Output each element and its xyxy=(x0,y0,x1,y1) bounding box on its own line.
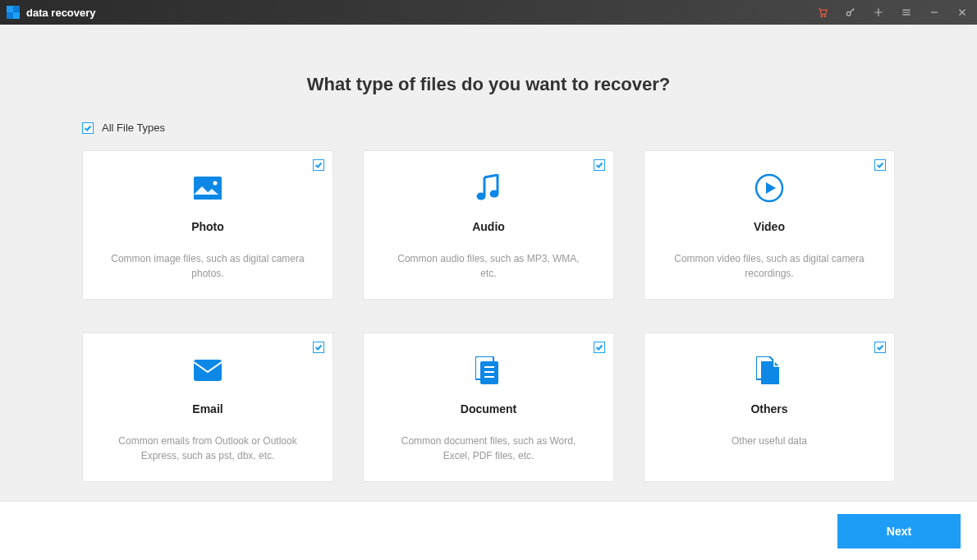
page-heading: What type of files do you want to recove… xyxy=(82,74,895,95)
card-email[interactable]: Email Common emails from Outlook or Outl… xyxy=(82,333,333,482)
plus-icon[interactable] xyxy=(872,6,885,19)
card-document-desc: Common document files, such as Word, Exc… xyxy=(388,434,589,463)
titlebar: data recovery xyxy=(0,0,977,25)
cart-icon[interactable] xyxy=(816,6,829,19)
card-video-desc: Common video files, such as digital came… xyxy=(669,251,869,281)
card-audio-checkbox[interactable] xyxy=(594,159,605,171)
svg-rect-10 xyxy=(194,360,222,381)
card-email-checkbox[interactable] xyxy=(313,342,324,353)
svg-point-1 xyxy=(824,16,826,17)
svg-point-0 xyxy=(821,16,823,17)
card-others-title: Others xyxy=(750,402,787,415)
main-content: What type of files do you want to recove… xyxy=(0,25,977,501)
file-type-grid: Photo Common image files, such as digita… xyxy=(82,150,895,482)
others-icon xyxy=(756,350,782,391)
svg-point-2 xyxy=(846,11,851,16)
card-others-checkbox[interactable] xyxy=(874,342,886,353)
card-photo[interactable]: Photo Common image files, such as digita… xyxy=(82,150,333,300)
card-document[interactable]: Document Common document files, such as … xyxy=(363,333,614,482)
close-icon[interactable] xyxy=(956,6,969,19)
audio-icon xyxy=(476,168,501,209)
titlebar-right xyxy=(816,6,969,19)
all-file-types-label: All File Types xyxy=(102,122,165,134)
titlebar-left: data recovery xyxy=(7,6,96,19)
minimize-icon[interactable] xyxy=(928,6,941,19)
svg-point-7 xyxy=(490,190,499,198)
card-video[interactable]: Video Common video files, such as digita… xyxy=(644,150,895,300)
card-photo-checkbox[interactable] xyxy=(313,159,324,171)
card-video-title: Video xyxy=(754,220,785,233)
card-audio-title: Audio xyxy=(472,220,505,233)
card-others[interactable]: Others Other useful data xyxy=(644,333,895,482)
app-logo-icon xyxy=(7,6,20,19)
document-icon xyxy=(475,350,502,391)
svg-rect-5 xyxy=(194,195,222,200)
svg-marker-9 xyxy=(766,182,776,194)
menu-icon[interactable] xyxy=(900,6,913,19)
card-email-title: Email xyxy=(192,402,222,415)
all-file-types-checkbox[interactable] xyxy=(82,122,94,134)
svg-point-6 xyxy=(477,193,486,200)
card-email-desc: Common emails from Outlook or Outlook Ex… xyxy=(108,434,308,463)
card-audio-desc: Common audio files, such as MP3, WMA, et… xyxy=(388,251,589,281)
key-icon[interactable] xyxy=(844,6,857,19)
card-photo-desc: Common image files, such as digital came… xyxy=(108,251,308,281)
card-video-checkbox[interactable] xyxy=(874,159,886,171)
card-photo-title: Photo xyxy=(191,220,224,233)
card-audio[interactable]: Audio Common audio files, such as MP3, W… xyxy=(363,150,614,300)
app-title: data recovery xyxy=(26,7,96,19)
photo-icon xyxy=(194,168,222,209)
card-others-desc: Other useful data xyxy=(732,434,807,448)
card-document-title: Document xyxy=(461,402,516,415)
next-button[interactable]: Next xyxy=(837,514,961,549)
card-document-checkbox[interactable] xyxy=(594,342,605,353)
all-file-types-row[interactable]: All File Types xyxy=(82,122,895,134)
svg-point-4 xyxy=(213,181,218,186)
footer: Next xyxy=(0,501,977,560)
video-icon xyxy=(755,168,784,209)
email-icon xyxy=(194,350,222,391)
